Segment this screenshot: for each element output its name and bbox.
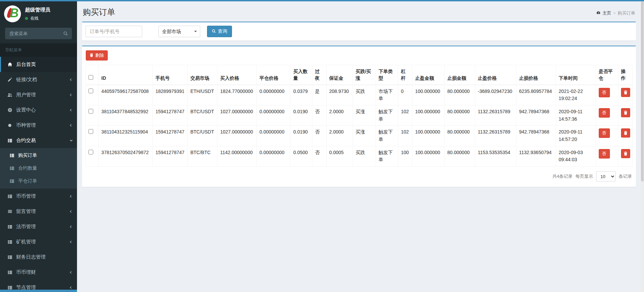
per-page-select[interactable]: 10 [596, 171, 616, 181]
sidebar-item-user-mgmt[interactable]: 用户管理‹ [0, 87, 77, 102]
row-checkbox[interactable] [88, 150, 93, 154]
sidebar-item-links-docs[interactable]: 链接/文档‹ [0, 72, 77, 87]
search-icon[interactable] [59, 31, 72, 36]
sidebar-bottom-strip [0, 290, 77, 292]
scrollbar-thumb[interactable] [641, 1, 644, 181]
sidebar-item-miner-mgmt[interactable]: 矿机管理‹ [0, 234, 77, 249]
cell-market: BTC/USDT [187, 105, 217, 125]
cell-overnight: 否 [312, 146, 326, 166]
search-icon [212, 29, 216, 34]
home-icon [6, 62, 14, 67]
market-select[interactable]: 全部市场 [158, 26, 200, 37]
col-header-time: 下单时间 [556, 65, 596, 85]
sidebar-item-fiat-mgmt[interactable]: 法币管理‹ [0, 219, 77, 234]
cell-closed: 否 [596, 126, 618, 146]
sidebar-item-label: 设置中心 [16, 107, 36, 113]
sidebar-subitem-buy-orders[interactable]: 购买订单 [0, 149, 77, 162]
cell-time: 2020-09-11 14:57:36 [556, 105, 596, 125]
row-checkbox[interactable] [88, 89, 93, 93]
closed-status-button[interactable]: 否 [599, 88, 610, 97]
delete-row-button[interactable] [621, 128, 630, 138]
closed-status-button[interactable]: 否 [599, 108, 610, 118]
cell-order_type: 触发下单 [376, 105, 398, 125]
cell-amount: 0.0500 [290, 146, 312, 166]
breadcrumb-home-link[interactable]: 主页 [596, 10, 611, 16]
col-header-sl_amount: 止损金额 [444, 65, 475, 85]
sidebar-item-label: 留言管理 [16, 208, 36, 215]
sidebar-item-contract-trading[interactable]: 合约交易‹ [0, 133, 77, 148]
top-accent-bar [0, 0, 644, 1]
users-icon [6, 93, 14, 97]
filter-panel: 全部市场 查询 [82, 22, 636, 41]
select-all-header [86, 65, 99, 85]
cell-close_price: 0.00000000 [257, 126, 290, 146]
sidebar-item-coincoin-mgmt[interactable]: 币币管理‹ [0, 189, 77, 204]
closed-status-button[interactable]: 否 [599, 149, 610, 159]
row-checkbox[interactable] [88, 109, 93, 114]
records-total: 共4条记录 [552, 173, 572, 179]
cell-time: 2021-02-22 19:02:24 [556, 85, 596, 105]
sidebar-item-message-mgmt[interactable]: 留言管理‹ [0, 204, 77, 219]
select-all-checkbox[interactable] [88, 75, 93, 80]
breadcrumb-home-label: 主页 [602, 10, 611, 16]
cell-direction: 买跌 [353, 146, 376, 166]
col-header-buy_price: 买入价格 [217, 65, 256, 85]
delete-row-button[interactable] [621, 108, 630, 117]
order-search-input[interactable] [85, 26, 142, 37]
gears-icon [6, 107, 14, 113]
bulk-delete-button[interactable]: 删除 [86, 50, 108, 60]
breadcrumb: 主页 > 购买订单 [596, 10, 635, 16]
delete-row-button[interactable] [621, 149, 630, 158]
chevron-left-icon: ‹ [70, 286, 72, 289]
thlist-icon [6, 138, 14, 143]
sidebar-item-label: 财务日志管理 [16, 254, 46, 260]
cell-select [86, 146, 99, 166]
thlist-icon [6, 194, 14, 199]
market-select-wrap: 全部市场 [158, 26, 200, 37]
sidebar-search-input[interactable] [5, 31, 59, 36]
col-header-overnight: 过夜 [312, 65, 326, 85]
cell-action [618, 85, 632, 105]
bars-icon [6, 209, 14, 214]
col-header-tp_price: 止盈价格 [475, 65, 516, 85]
cell-tp_price: 1132.26315789 [475, 126, 516, 146]
cell-leverage: 102 [398, 126, 412, 146]
cell-market: BTC/BTC [187, 146, 217, 166]
sidebar-subitem-label: 合约数量 [18, 165, 37, 171]
breadcrumb-separator: > [613, 11, 616, 16]
trash-icon [89, 53, 94, 58]
sidebar-subitem-close-orders[interactable]: 平仓订单 [0, 175, 77, 188]
circle-icon [6, 123, 14, 128]
sidebar-item-finance-log-mgmt[interactable]: 财务日志管理 [0, 249, 77, 265]
cell-phone: 18289979391 [153, 85, 187, 105]
sidebar-item-label: 币币理财 [16, 269, 36, 275]
scrollbar-track [641, 1, 644, 292]
sidebar-item-label: 合约交易 [16, 137, 36, 144]
cell-action [618, 105, 632, 125]
delete-row-button[interactable] [621, 88, 630, 97]
row-checkbox[interactable] [88, 129, 93, 134]
sidebar-subitem-contract-quantity[interactable]: 合约数量 [0, 162, 77, 175]
cell-tp_amount: 100.000000 [412, 146, 444, 166]
sidebar-item-settings-center[interactable]: 设置中心‹ [0, 102, 77, 118]
closed-status-button[interactable]: 否 [599, 128, 610, 138]
cell-time: 2020-09-11 14:57:20 [556, 126, 596, 146]
sidebar-item-coin-mgmt[interactable]: 币种管理‹ [0, 118, 77, 133]
thlist-icon [8, 179, 16, 184]
orders-table: ID手机号交易市场买入价格平仓价格买入数量过夜保证金买跌/买涨下单类型杠杆止盈金… [85, 65, 633, 167]
cell-overnight: 否 [312, 105, 326, 125]
sidebar-item-label: 法币管理 [16, 223, 36, 230]
main-content: 购买订单 主页 > 购买订单 全部市场 查询 [77, 1, 641, 292]
sidebar-item-label: 链接/文档 [16, 76, 37, 83]
query-button[interactable]: 查询 [207, 26, 232, 37]
cell-amount: 0.0379 [290, 85, 312, 105]
col-header-close_price: 平仓价格 [257, 65, 290, 85]
cell-close_price: 0.00000000 [257, 146, 290, 166]
sidebar-item-coin-financial[interactable]: 币币理财‹ [0, 265, 77, 280]
sidebar-item-home[interactable]: 后台首页 [0, 57, 77, 72]
cell-sl_amount: 80.000000 [444, 85, 475, 105]
chevron-left-icon: ‹ [70, 270, 72, 274]
cell-leverage: 100 [398, 146, 412, 166]
cell-overnight: 是 [312, 85, 326, 105]
cell-order_type: 触发下单 [376, 126, 398, 146]
